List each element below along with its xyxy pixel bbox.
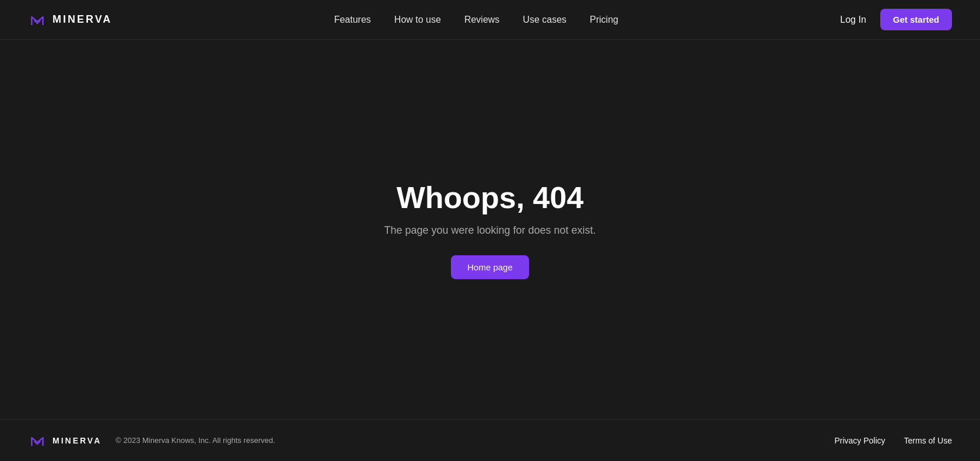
nav-item-features[interactable]: Features — [334, 15, 371, 25]
error-title: Whoops, 404 — [397, 180, 584, 215]
header-actions: Log In Get started — [840, 9, 952, 30]
login-link[interactable]: Log In — [840, 15, 866, 25]
home-page-button[interactable]: Home page — [451, 255, 529, 279]
footer-logo: MINERVA — [28, 431, 102, 450]
nav-item-how-to-use[interactable]: How to use — [394, 15, 441, 25]
header-logo[interactable]: MINERVA — [28, 10, 112, 29]
nav-item-pricing[interactable]: Pricing — [590, 15, 618, 25]
header-logo-text: MINERVA — [52, 13, 112, 26]
site-header: MINERVA Features How to use Reviews Use … — [0, 0, 980, 40]
main-nav: Features How to use Reviews Use cases Pr… — [334, 15, 618, 25]
nav-item-use-cases[interactable]: Use cases — [523, 15, 566, 25]
error-subtitle: The page you were looking for does not e… — [384, 224, 596, 237]
footer-left: MINERVA © 2023 Minerva Knows, Inc. All r… — [28, 431, 275, 450]
privacy-policy-link[interactable]: Privacy Policy — [834, 436, 885, 445]
footer-links: Privacy Policy Terms of Use — [834, 436, 952, 445]
main-content: Whoops, 404 The page you were looking fo… — [0, 40, 980, 419]
footer-logo-icon — [28, 431, 47, 450]
svg-rect-0 — [28, 10, 47, 29]
svg-rect-1 — [28, 431, 47, 450]
terms-of-use-link[interactable]: Terms of Use — [904, 436, 952, 445]
site-footer: MINERVA © 2023 Minerva Knows, Inc. All r… — [0, 419, 980, 461]
nav-item-reviews[interactable]: Reviews — [464, 15, 499, 25]
footer-copyright: © 2023 Minerva Knows, Inc. All rights re… — [116, 436, 275, 445]
footer-logo-text: MINERVA — [52, 436, 102, 445]
get-started-button[interactable]: Get started — [880, 9, 952, 30]
minerva-logo-icon — [28, 10, 47, 29]
